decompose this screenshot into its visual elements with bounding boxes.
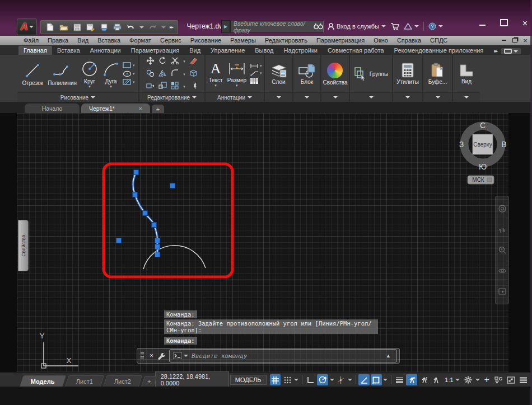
menu-edit[interactable]: Правка	[43, 36, 73, 45]
scale-button[interactable]	[158, 82, 167, 92]
polyline-button[interactable]: Полилиния	[46, 62, 78, 86]
showmotion-icon[interactable]	[498, 288, 506, 295]
redo-icon[interactable]	[148, 22, 157, 32]
store-cart-icon[interactable]	[390, 23, 399, 30]
properties-button[interactable]: Свойства	[322, 63, 349, 86]
erase-button[interactable]	[189, 56, 198, 67]
viewcube-west[interactable]: З	[459, 140, 464, 149]
command-bar-customize-icon[interactable]	[157, 352, 169, 360]
menu-insert[interactable]: Вставка	[93, 36, 125, 45]
menu-draw[interactable]: Рисование	[186, 36, 226, 45]
command-bar-drag-handle[interactable]	[137, 352, 146, 359]
ribbon-tab-featured-apps[interactable]: Рекомендованные приложения	[389, 46, 489, 55]
close-tab-icon[interactable]: ×	[139, 105, 142, 112]
ribbon-tab-insert[interactable]: Вставка	[52, 46, 85, 55]
polar-tracking-toggle[interactable]	[317, 374, 328, 385]
menu-dimension[interactable]: Размеры	[226, 36, 260, 45]
utilities-button[interactable]: Утилиты	[395, 63, 420, 85]
ribbon-tab-output[interactable]: Вывод	[250, 46, 278, 55]
object-snap-toggle[interactable]	[371, 374, 382, 385]
panel-properties-footer[interactable]	[321, 92, 349, 102]
help-button[interactable]: ?	[428, 22, 443, 30]
ribbon-tab-collaborate[interactable]: Совместная работа	[323, 46, 389, 55]
menu-help[interactable]: Справка	[393, 36, 426, 45]
mdi-restore-button[interactable]	[511, 37, 518, 44]
new-file-icon[interactable]	[45, 22, 55, 32]
undo-icon[interactable]	[126, 22, 136, 32]
menu-modify[interactable]: Редактировать	[260, 36, 312, 45]
menu-tools[interactable]: Сервис	[156, 36, 186, 45]
pan-icon[interactable]	[498, 225, 506, 233]
file-tab-start[interactable]: Начало	[25, 103, 80, 113]
arc-button[interactable]: Дуга▾	[101, 60, 120, 88]
snap-dropdown-icon[interactable]	[294, 374, 299, 385]
fillet-button[interactable]	[171, 69, 179, 79]
close-button[interactable]: ×	[522, 20, 528, 27]
dimension-button[interactable]: Размер▾	[226, 62, 248, 87]
ribbon-tab-annotate[interactable]: Аннотации	[85, 46, 126, 55]
object-snap-dropdown-icon[interactable]	[383, 374, 388, 385]
table-button[interactable]	[250, 78, 262, 84]
ortho-toggle[interactable]	[305, 374, 316, 385]
annotation-autoscale-toggle[interactable]	[418, 374, 430, 385]
panel-annotation-footer[interactable]: Аннотации	[206, 92, 264, 102]
ucs-icon[interactable]: Y X	[40, 332, 78, 368]
command-prompt-icon[interactable]	[173, 352, 188, 359]
customization-gear-icon[interactable]	[463, 374, 474, 385]
panel-layers-footer[interactable]	[265, 92, 292, 102]
mdi-close-button[interactable]: ×	[522, 37, 529, 44]
command-bar[interactable]: × Введите команду ▲	[137, 348, 400, 364]
autodesk360-button[interactable]	[404, 23, 419, 30]
model-space-button[interactable]: МОДЕЛЬ	[230, 375, 267, 385]
crosshair-toggle[interactable]: +	[481, 374, 492, 385]
ellipse-button[interactable]: ▾	[123, 70, 135, 77]
search-go-icon[interactable]: ▶	[221, 20, 230, 33]
application-menu-button[interactable]: A	[17, 18, 37, 35]
print-icon[interactable]	[113, 22, 122, 32]
explode-button[interactable]	[189, 69, 198, 79]
ribbon-display-toggle[interactable]	[501, 48, 521, 54]
grip-points[interactable]	[116, 170, 175, 257]
drawing-canvas[interactable]: Y X С Ю З В Сверху МСК Свойства	[0, 113, 532, 372]
menu-spds[interactable]: СПДС	[426, 36, 452, 45]
menu-parametric[interactable]: Параметризация	[312, 36, 369, 45]
search-binoculars-icon[interactable]	[314, 23, 323, 30]
menu-view[interactable]: Вид	[73, 36, 93, 45]
ribbon-tab-addins[interactable]: Надстройки	[279, 46, 323, 55]
new-layout-button[interactable]: +	[141, 376, 156, 387]
isodraft-dropdown-icon[interactable]	[348, 374, 353, 385]
annotation-scale-button[interactable]: 1:1	[442, 376, 461, 383]
command-history-expand-icon[interactable]: ▲	[386, 353, 393, 359]
isodraft-toggle[interactable]	[335, 374, 347, 385]
navigation-wheel-icon[interactable]	[498, 205, 506, 213]
signin-button[interactable]: Вход в службы	[328, 23, 386, 30]
layout-tab-layout1[interactable]: Лист1	[64, 375, 104, 387]
save-icon[interactable]	[72, 22, 82, 32]
annotation-visibility-toggle[interactable]	[406, 374, 417, 385]
ribbon-tab-manage[interactable]: Управление	[206, 46, 250, 55]
viewcube[interactable]: С Ю З В Сверху МСК	[459, 121, 507, 184]
command-bar-close-icon[interactable]: ×	[146, 352, 157, 360]
groups-icon[interactable]	[354, 67, 366, 81]
properties-palette-tab[interactable]: Свойства	[18, 220, 29, 271]
menu-format[interactable]: Формат	[125, 36, 156, 45]
status-menu-icon[interactable]	[517, 374, 529, 385]
mirror-button[interactable]	[158, 69, 167, 79]
plot-icon[interactable]	[99, 22, 109, 32]
file-tab-drawing1[interactable]: Чертеж1*×	[81, 103, 150, 113]
leader-style-button[interactable]: ▾	[250, 63, 262, 69]
maximize-button[interactable]	[500, 19, 508, 27]
arc-entity[interactable]	[143, 246, 206, 269]
clean-screen-toggle[interactable]	[506, 374, 517, 385]
annotation-scale-icon[interactable]	[431, 374, 442, 385]
line-button[interactable]: Отрезок	[21, 62, 44, 86]
ribbon-tab-parametric[interactable]: Параметризация	[126, 46, 184, 55]
isolate-objects-toggle[interactable]	[493, 374, 505, 385]
command-input[interactable]: Введите команду ▲	[169, 349, 397, 362]
viewcube-north[interactable]: С	[480, 121, 486, 130]
trim-button[interactable]	[171, 56, 179, 67]
stretch-button[interactable]	[146, 82, 155, 92]
ucs-selector-dropdown-icon[interactable]	[487, 178, 492, 182]
leader-button[interactable]: ▾	[250, 70, 262, 76]
lineweight-toggle[interactable]	[394, 374, 405, 385]
